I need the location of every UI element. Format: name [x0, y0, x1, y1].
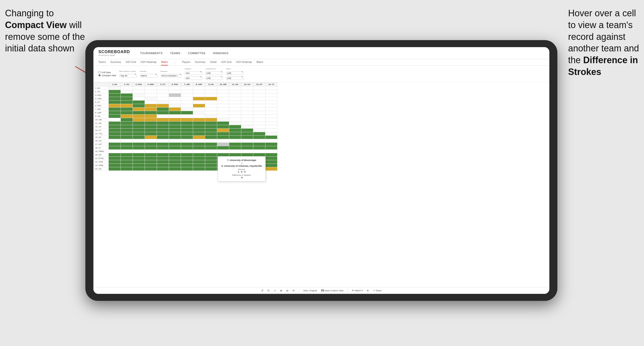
tab-h2h-grid[interactable]: H2H Grid: [126, 61, 136, 65]
full-view-radio[interactable]: [98, 71, 101, 73]
matrix-cell-11-11[interactable]: [241, 125, 253, 129]
redo-btn[interactable]: ↻: [267, 289, 270, 292]
matrix-cell-2-7[interactable]: [193, 94, 205, 97]
matrix-cell-8-1[interactable]: [121, 115, 133, 118]
matrix-cell-8-5[interactable]: [169, 115, 181, 118]
matrix-cell-18-6[interactable]: [181, 150, 193, 153]
matrix-cell-17-13[interactable]: [265, 146, 277, 150]
matrix-cell-13-5[interactable]: [169, 132, 181, 136]
matrix-cell-9-4[interactable]: [157, 118, 169, 122]
matrix-cell-3-8[interactable]: [205, 97, 217, 101]
matrix-cell-20-0[interactable]: [109, 157, 121, 160]
matrix-cell-21-3[interactable]: [145, 160, 157, 164]
matrix-cell-10-12[interactable]: [253, 122, 265, 125]
matrix-cell-4-0[interactable]: [109, 101, 121, 104]
matrix-cell-6-5[interactable]: [169, 108, 181, 111]
matrix-cell-11-12[interactable]: [253, 125, 265, 129]
matrix-cell-7-0[interactable]: [109, 111, 121, 115]
matrix-cell-4-9[interactable]: [217, 101, 229, 104]
matrix-cell-17-1[interactable]: [121, 146, 133, 150]
matrix-cell-18-8[interactable]: [205, 150, 217, 153]
matrix-cell-20-2[interactable]: [133, 157, 145, 160]
matrix-cell-17-7[interactable]: [193, 146, 205, 150]
matrix-cell-19-1[interactable]: [121, 153, 133, 157]
matrix-cell-7-2[interactable]: [133, 111, 145, 115]
matrix-cell-6-8[interactable]: [205, 108, 217, 111]
matrix-cell-19-3[interactable]: [145, 153, 157, 157]
matrix-cell-23-6[interactable]: [181, 167, 193, 171]
matrix-cell-1-11[interactable]: [241, 90, 253, 94]
matrix-cell-9-6[interactable]: [181, 118, 193, 122]
matrix-cell-9-12[interactable]: [253, 118, 265, 122]
matrix-cell-13-8[interactable]: [205, 132, 217, 136]
matrix-cell-23-3[interactable]: [145, 167, 157, 171]
matrix-cell-13-11[interactable]: [241, 132, 253, 136]
matrix-cell-5-10[interactable]: [229, 104, 241, 108]
matrix-cell-14-8[interactable]: [205, 136, 217, 139]
matrix-cell-1-5[interactable]: [169, 90, 181, 94]
matrix-cell-20-5[interactable]: [169, 157, 181, 160]
matrix-cell-15-11[interactable]: [241, 139, 253, 143]
compact-view-option[interactable]: Compact View: [98, 74, 116, 77]
conference-select-1[interactable]: (All): [205, 71, 223, 75]
matrix-cell-0-7[interactable]: [193, 86, 205, 90]
tab-players-summary[interactable]: Summary: [195, 61, 206, 65]
matrix-cell-21-13[interactable]: [265, 160, 277, 164]
matrix-cell-0-4[interactable]: [157, 86, 169, 90]
matrix-cell-8-11[interactable]: [241, 115, 253, 118]
matrix-cell-19-13[interactable]: [265, 153, 277, 157]
zoom-out-btn[interactable]: ⊖: [286, 289, 288, 292]
tab-players-matrix[interactable]: Matrix: [256, 61, 263, 65]
matrix-cell-10-1[interactable]: [121, 122, 133, 125]
view-original-btn[interactable]: View: Original: [303, 289, 317, 292]
tab-teams[interactable]: Teams: [98, 61, 106, 65]
matrix-cell-5-11[interactable]: [241, 104, 253, 108]
matrix-cell-19-6[interactable]: [181, 153, 193, 157]
matrix-cell-2-11[interactable]: [241, 94, 253, 97]
matrix-cell-21-6[interactable]: [181, 160, 193, 164]
matrix-cell-4-11[interactable]: [241, 101, 253, 104]
refresh-btn[interactable]: ⟳: [292, 289, 295, 292]
matrix-cell-0-6[interactable]: [181, 86, 193, 90]
matrix-cell-17-2[interactable]: [133, 146, 145, 150]
matrix-cell-11-13[interactable]: [265, 125, 277, 129]
matrix-cell-16-0[interactable]: [109, 143, 121, 146]
matrix-cell-13-9[interactable]: [217, 132, 229, 136]
matrix-cell-16-4[interactable]: [157, 143, 169, 146]
matrix-cell-22-1[interactable]: [121, 164, 133, 167]
matrix-cell-14-9[interactable]: [217, 136, 229, 139]
matrix-cell-7-7[interactable]: [193, 111, 205, 115]
matrix-cell-21-0[interactable]: [109, 160, 121, 164]
matrix-cell-14-12[interactable]: [253, 136, 265, 139]
matrix-cell-16-13[interactable]: [265, 143, 277, 146]
matrix-cell-15-9[interactable]: [217, 139, 229, 143]
matrix-cell-2-9[interactable]: [217, 94, 229, 97]
matrix-cell-5-7[interactable]: [193, 104, 205, 108]
matrix-cell-17-4[interactable]: [157, 146, 169, 150]
matrix-cell-13-6[interactable]: [181, 132, 193, 136]
grid-btn[interactable]: ⊞: [367, 289, 369, 292]
matrix-cell-5-6[interactable]: [181, 104, 193, 108]
matrix-cell-16-7[interactable]: [193, 143, 205, 146]
nav-tournaments[interactable]: TOURNAMENTS: [140, 52, 163, 55]
matrix-cell-5-13[interactable]: [265, 104, 277, 108]
matrix-cell-4-3[interactable]: [145, 101, 157, 104]
matrix-cell-2-0[interactable]: [109, 94, 121, 97]
matrix-cell-17-10[interactable]: [229, 146, 241, 150]
matrix-cell-5-1[interactable]: [121, 104, 133, 108]
matrix-cell-11-2[interactable]: [133, 125, 145, 129]
matrix-cell-23-7[interactable]: [193, 167, 205, 171]
matrix-cell-20-8[interactable]: [205, 157, 217, 160]
matrix-cell-1-8[interactable]: [205, 90, 217, 94]
matrix-cell-17-11[interactable]: [241, 146, 253, 150]
matrix-cell-18-9[interactable]: [217, 150, 229, 153]
matrix-cell-10-4[interactable]: [157, 122, 169, 125]
matrix-cell-15-6[interactable]: [181, 139, 193, 143]
matrix-cell-13-2[interactable]: [133, 132, 145, 136]
matrix-cell-22-2[interactable]: [133, 164, 145, 167]
matrix-cell-4-5[interactable]: [169, 101, 181, 104]
matrix-cell-15-1[interactable]: [121, 139, 133, 143]
matrix-cell-3-2[interactable]: [133, 97, 145, 101]
matrix-cell-6-0[interactable]: [109, 108, 121, 111]
matrix-cell-18-7[interactable]: [193, 150, 205, 153]
